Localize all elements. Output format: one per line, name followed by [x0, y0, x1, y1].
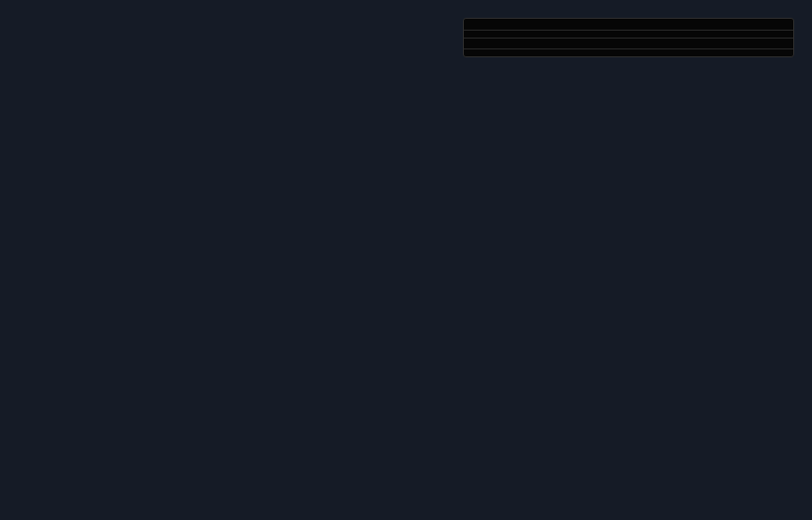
chart-canvas[interactable]	[0, 0, 812, 520]
tooltip-equity-row	[464, 38, 793, 48]
tooltip-date	[464, 19, 793, 30]
tooltip-cash-row	[464, 48, 793, 56]
chart-page	[0, 0, 812, 520]
chart-tooltip	[463, 18, 794, 57]
tooltip-debt-row	[464, 30, 793, 38]
